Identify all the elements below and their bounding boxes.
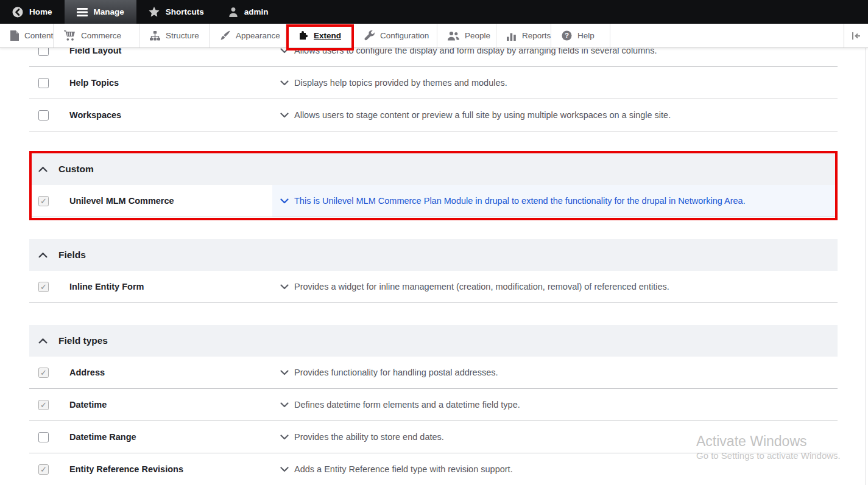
back-circle-icon [12,7,23,18]
admin-toolbar: HomeManageShortcutsadmin [0,0,868,24]
topbar-item-manage[interactable]: Manage [65,0,136,24]
module-description: Provides a widget for inline management … [294,282,669,291]
section-header-fields[interactable]: Fields [29,239,838,271]
module-description: Provides functionality for handling post… [294,368,498,377]
chevron-down-icon[interactable] [280,113,289,118]
chevron-up-icon [38,252,48,258]
module-row-datetime: ✓DatetimeDefines datetime form elements … [29,389,838,421]
module-row-workspaces: WorkspacesAllows users to stage content … [29,99,838,131]
tab-label: Extend [314,31,341,40]
section-header-custom[interactable]: Custom [29,153,838,185]
user-icon [228,7,238,17]
topbar-item-label: Shortcuts [166,7,204,16]
topbar-item-label: Home [29,7,52,16]
toolbar-collapse-button[interactable] [844,24,868,47]
topbar-item-label: admin [244,7,269,16]
module-row-unilevel-mlm-commerce: ✓Unilevel MLM CommerceThis is Unilevel M… [29,185,838,217]
module-checkbox: ✓ [38,196,49,206]
svg-text:?: ? [565,32,569,39]
tab-label: Help [577,31,595,40]
module-description-cell: Defines datetime form elements and a dat… [272,389,838,420]
tab-label: Structure [166,31,199,40]
bar-chart-icon [507,31,517,41]
module-description-cell: Allows users to stage content or preview… [272,99,838,131]
topbar-item-shortcuts[interactable]: Shortcuts [136,0,216,24]
tab-commerce[interactable]: Commerce [54,24,139,47]
sitemap-icon [150,31,160,41]
module-description: This is Unilevel MLM Commerce Plan Modul… [294,196,746,206]
puzzle-icon [297,31,308,41]
module-name: Help Topics [69,78,119,88]
chevron-down-icon[interactable] [280,402,289,408]
tab-label: Configuration [380,31,429,40]
module-name: Address [69,368,105,377]
tab-extend[interactable]: Extend [286,24,354,47]
module-group: Field LayoutAllows users to configure th… [29,35,838,131]
module-name: Datetime [69,400,107,410]
module-name-cell: ✓Unilevel MLM Commerce [29,185,272,217]
collapse-left-icon [852,32,861,40]
star-icon [149,7,160,17]
tab-label: People [465,31,490,40]
chevron-down-icon[interactable] [280,80,289,86]
module-name: Inline Entity Form [69,282,144,291]
tab-reports[interactable]: Reports [496,24,551,47]
module-checkbox[interactable] [38,432,49,442]
tab-label: Reports [522,31,551,40]
file-icon [10,30,19,41]
module-name-cell: ✓Datetime [29,389,272,420]
module-name-cell: Workspaces [29,99,272,131]
hamburger-icon [77,8,88,16]
help-icon: ? [562,30,572,41]
module-description-cell: This is Unilevel MLM Commerce Plan Modul… [272,185,838,217]
chevron-down-icon[interactable] [280,434,289,440]
tab-help[interactable]: ?Help [551,24,610,47]
people-icon [448,31,459,41]
tab-label: Commerce [81,31,121,40]
module-group-custom: Custom✓Unilevel MLM CommerceThis is Unil… [29,153,838,217]
chevron-down-icon[interactable] [280,198,289,204]
tab-structure[interactable]: Structure [139,24,210,47]
module-group-fields: Fields✓Inline Entity FormProvides a widg… [29,239,838,303]
tab-configuration[interactable]: Configuration [354,24,437,47]
section-header-field-types[interactable]: Field types [29,325,838,357]
chevron-up-icon [38,166,48,172]
module-name-cell: ✓Inline Entity Form [29,271,272,302]
admin-tabs-bar: ContentCommerceStructureAppearanceExtend… [0,24,868,48]
topbar-item-admin[interactable]: admin [216,0,281,24]
module-checkbox[interactable] [38,110,49,120]
module-description-cell: Displays help topics provided by themes … [272,67,838,99]
module-checkbox: ✓ [38,400,49,410]
module-description: Provides the ability to store end dates. [294,432,444,442]
tab-label: Appearance [236,31,280,40]
chevron-down-icon[interactable] [280,284,289,290]
section-title: Fields [58,249,86,260]
module-description-cell: Provides functionality for handling post… [272,357,838,388]
module-row-address: ✓AddressProvides functionality for handl… [29,357,838,389]
module-table: Field LayoutAllows users to configure th… [29,35,838,485]
tab-appearance[interactable]: Appearance [210,24,286,47]
module-checkbox: ✓ [38,464,49,475]
tab-label: Content [24,31,53,40]
tab-content[interactable]: Content [0,24,54,47]
module-row-inline-entity-form: ✓Inline Entity FormProvides a widget for… [29,271,838,303]
module-name: Unilevel MLM Commerce [69,196,174,206]
topbar-item-home[interactable]: Home [0,0,65,24]
chevron-up-icon [38,338,48,344]
module-name-cell: ✓Address [29,357,272,388]
section-title: Custom [58,164,94,175]
module-description: Adds a Entity Reference field type with … [294,464,513,474]
chevron-down-icon[interactable] [280,370,289,375]
tab-people[interactable]: People [437,24,496,47]
module-row-help-topics: Help TopicsDisplays help topics provided… [29,67,838,99]
activate-windows-watermark-sub: Go to Settings to activate Windows. [696,450,841,461]
module-description-cell: Provides a widget for inline management … [272,271,838,302]
wrench-icon [364,30,375,41]
chevron-down-icon[interactable] [280,467,289,472]
section-title: Field types [58,335,108,346]
module-checkbox[interactable] [38,78,49,88]
module-name-cell: ✓Entity Reference Revisions [29,453,272,485]
module-name: Workspaces [69,110,121,120]
activate-windows-watermark: Activate Windows [696,433,807,450]
chevron-down-icon[interactable] [280,48,289,54]
